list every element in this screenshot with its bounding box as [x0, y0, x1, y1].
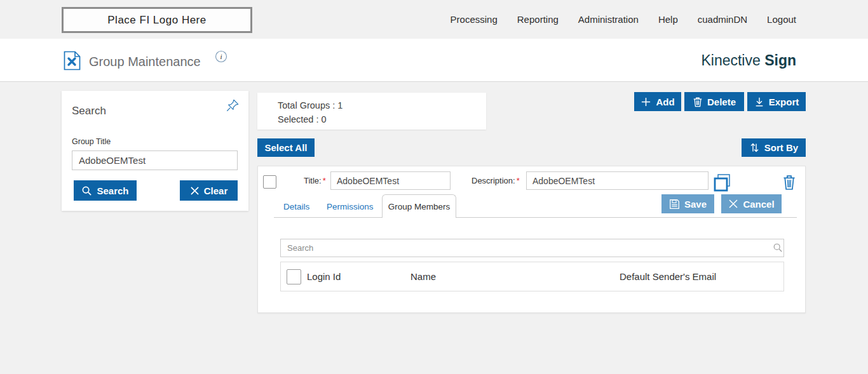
description-required-mark: *	[517, 176, 520, 185]
page-header: Group Maintenance i Kinective Sign	[0, 39, 868, 82]
search-panel-title: Search	[72, 105, 106, 117]
clear-button[interactable]: Clear	[180, 180, 238, 201]
fi-logo-placeholder: Place FI Logo Here	[62, 7, 252, 33]
cancel-button-label: Cancel	[743, 199, 774, 210]
column-default-senders-email: Default Sender's Email	[620, 271, 716, 282]
svg-text:i: i	[220, 53, 222, 60]
group-row-checkbox[interactable]	[263, 175, 276, 189]
save-button[interactable]: Save	[661, 194, 714, 213]
delete-button-label: Delete	[707, 97, 736, 107]
sort-by-button[interactable]: Sort By	[742, 138, 806, 157]
brand-logo: Kinective Sign	[701, 52, 796, 69]
members-search-icon	[773, 243, 783, 253]
nav-help[interactable]: Help	[658, 14, 678, 25]
total-groups-count: Total Groups : 1	[278, 98, 486, 112]
select-all-label: Select All	[265, 142, 308, 153]
description-label: Description:*	[471, 176, 520, 185]
sort-by-label: Sort By	[764, 142, 798, 153]
tab-divider-line	[274, 217, 797, 218]
tab-group-members[interactable]: Group Members	[382, 194, 456, 218]
nav-logout[interactable]: Logout	[767, 14, 796, 25]
nav-processing[interactable]: Processing	[451, 14, 498, 25]
tab-details[interactable]: Details	[283, 202, 309, 211]
group-maintenance-icon	[64, 51, 81, 70]
pin-icon[interactable]	[226, 98, 240, 112]
search-button-label: Search	[97, 185, 128, 196]
fi-logo-text: Place FI Logo Here	[107, 14, 206, 27]
save-icon	[669, 199, 680, 210]
sort-arrows-icon	[749, 142, 760, 153]
nav-reporting[interactable]: Reporting	[517, 14, 559, 25]
cancel-button[interactable]: Cancel	[721, 194, 782, 213]
trash-icon	[693, 97, 703, 107]
export-button[interactable]: Export	[747, 92, 806, 111]
select-all-button[interactable]: Select All	[257, 138, 315, 157]
group-title-label: Group Title	[72, 137, 111, 146]
selected-count: Selected : 0	[278, 112, 486, 126]
download-icon	[754, 97, 764, 107]
title-required-mark: *	[323, 176, 326, 185]
group-title-input[interactable]	[72, 150, 238, 170]
export-button-label: Export	[769, 97, 799, 107]
clear-button-label: Clear	[204, 185, 228, 196]
top-navigation: Processing Reporting Administration Help…	[451, 0, 796, 39]
page-title: Group Maintenance	[89, 55, 201, 69]
save-button-label: Save	[684, 199, 707, 210]
brand-kinective: Kinective	[701, 52, 760, 69]
x-icon	[190, 186, 200, 196]
groups-summary: Total Groups : 1 Selected : 0	[257, 93, 486, 130]
members-table-header: Login Id Name Default Sender's Email	[280, 262, 784, 291]
plus-icon	[641, 97, 651, 107]
members-header-checkbox[interactable]	[287, 269, 301, 284]
title-input[interactable]	[330, 171, 451, 190]
group-row-card: Title:* Description:* Details Permission…	[257, 166, 806, 313]
search-panel: Search Group Title Search Clear	[62, 91, 248, 211]
brand-sign: Sign	[764, 52, 796, 69]
add-button-label: Add	[656, 97, 674, 107]
search-icon	[81, 185, 92, 196]
info-icon[interactable]: i	[215, 50, 227, 63]
description-input[interactable]	[526, 171, 709, 190]
row-delete-icon[interactable]	[782, 174, 796, 190]
title-label: Title:*	[304, 176, 326, 185]
cancel-x-icon	[728, 199, 738, 209]
search-button[interactable]: Search	[74, 180, 137, 201]
nav-user-cuadmindn[interactable]: cuadminDN	[698, 14, 747, 25]
add-button[interactable]: Add	[634, 92, 681, 111]
column-name: Name	[410, 271, 436, 282]
nav-administration[interactable]: Administration	[578, 14, 639, 25]
members-search-input[interactable]	[280, 239, 784, 257]
column-login-id: Login Id	[307, 271, 341, 282]
delete-button[interactable]: Delete	[684, 92, 744, 111]
copy-icon[interactable]	[713, 173, 731, 192]
top-bar: Place FI Logo Here Processing Reporting …	[0, 0, 868, 39]
tab-permissions[interactable]: Permissions	[327, 202, 374, 211]
group-maintenance-page: Place FI Logo Here Processing Reporting …	[0, 0, 868, 374]
